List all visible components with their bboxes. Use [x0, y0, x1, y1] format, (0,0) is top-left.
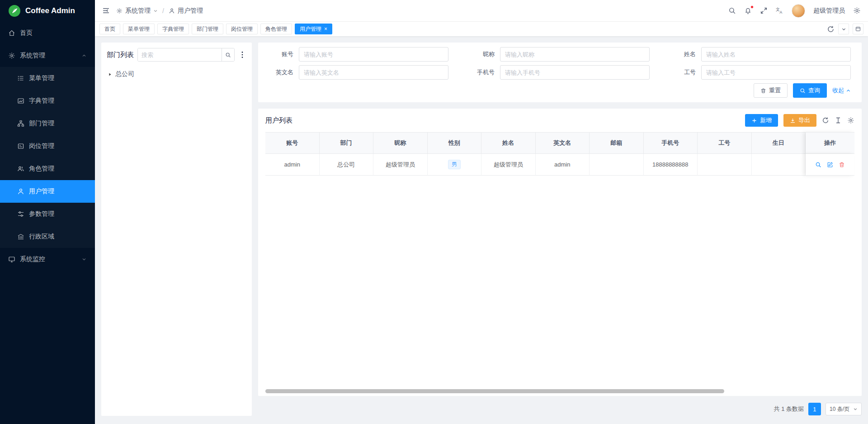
department-search: [137, 48, 235, 62]
sidebar-item-label: 系统监控: [20, 255, 45, 263]
bell-icon[interactable]: [744, 7, 752, 14]
field-name: 姓名: [668, 47, 851, 62]
username[interactable]: 超级管理员: [813, 7, 845, 15]
sidebar-menu: 首页 系统管理 菜单管理 字典管理 部门管理: [0, 22, 95, 424]
home-icon: [8, 29, 15, 37]
field-label: 姓名: [668, 50, 696, 58]
edit-icon[interactable]: [827, 162, 833, 168]
tab-dict-mgmt[interactable]: 字典管理: [157, 24, 189, 34]
sidebar-group-system[interactable]: 系统管理: [0, 44, 95, 67]
pagination: 共 1 条数据 1 10 条/页: [258, 402, 862, 416]
plus-icon: [751, 118, 757, 124]
department-search-button[interactable]: [222, 48, 234, 61]
field-label: 账号: [265, 50, 293, 58]
fullscreen-icon[interactable]: [760, 7, 768, 14]
phone-input[interactable]: [500, 65, 650, 80]
sidebar-item-home[interactable]: 首页: [0, 22, 95, 44]
reset-button[interactable]: 重置: [754, 83, 788, 98]
table-toolbar-actions: 新增 导出: [745, 114, 854, 127]
department-tree: 总公司: [107, 68, 246, 81]
sidebar-item-label: 菜单管理: [29, 74, 54, 82]
view-icon[interactable]: [815, 162, 821, 168]
refresh-icon[interactable]: [827, 25, 835, 33]
department-panel: 部门列表 总公司: [101, 43, 252, 416]
field-phone: 手机号: [467, 65, 650, 80]
department-panel-title: 部门列表: [107, 51, 134, 59]
sidebar-item-role-mgmt[interactable]: 角色管理: [0, 157, 95, 180]
tabs-menu-button[interactable]: [838, 24, 849, 34]
search-icon: [225, 52, 231, 58]
search-form-card: 账号 昵称 姓名 英文名: [258, 43, 862, 102]
sidebar-item-dept-mgmt[interactable]: 部门管理: [0, 112, 95, 135]
tab-label: 首页: [104, 25, 115, 33]
gear-icon[interactable]: [847, 117, 854, 124]
tab-user-mgmt[interactable]: 用户管理 ×: [295, 24, 332, 34]
cell-gender: 男: [428, 154, 482, 176]
horizontal-scrollbar[interactable]: [265, 389, 724, 393]
main-area: 系统管理 / 用户管理 文A 超级管理员 首页 菜单管理 字典管理 部门管理: [95, 0, 868, 424]
id-badge-icon: [17, 143, 24, 150]
column-header-account: 账号: [265, 132, 320, 154]
en-name-input[interactable]: [299, 65, 448, 80]
sidebar: Coffee Admin 首页 系统管理 菜单管理 字典管理: [0, 0, 95, 424]
tab-post-mgmt[interactable]: 岗位管理: [226, 24, 258, 34]
close-icon[interactable]: ×: [324, 26, 327, 32]
column-header-email: 邮箱: [590, 132, 644, 154]
page-button-1[interactable]: 1: [808, 403, 821, 415]
tree-node-head-office[interactable]: 总公司: [107, 68, 246, 81]
column-settings-icon[interactable]: [835, 117, 842, 124]
table-row[interactable]: admin 总公司 超级管理员 男 超级管理员 admin 1888888888…: [265, 154, 854, 176]
gender-tag: 男: [448, 160, 461, 169]
sidebar-item-label: 行政区域: [29, 233, 54, 241]
sidebar-item-label: 岗位管理: [29, 142, 54, 150]
search-icon[interactable]: [728, 7, 736, 14]
users-icon: [17, 165, 24, 172]
account-input[interactable]: [299, 47, 448, 62]
sidebar-item-menu-mgmt[interactable]: 菜单管理: [0, 67, 95, 90]
tab-menu-mgmt[interactable]: 菜单管理: [123, 24, 155, 34]
refresh-icon[interactable]: [822, 117, 829, 124]
table-title: 用户列表: [265, 116, 292, 125]
topbar: 系统管理 / 用户管理 文A 超级管理员: [95, 0, 868, 22]
sidebar-item-region-mgmt[interactable]: 行政区域: [0, 225, 95, 248]
nickname-input[interactable]: [500, 47, 650, 62]
tab-home[interactable]: 首页: [99, 24, 120, 34]
delete-icon[interactable]: [839, 162, 845, 168]
sidebar-item-post-mgmt[interactable]: 岗位管理: [0, 135, 95, 157]
page-size-value: 10 条/页: [830, 405, 849, 413]
work-no-input[interactable]: [701, 65, 851, 80]
sidebar-item-dict-mgmt[interactable]: 字典管理: [0, 90, 95, 112]
sidebar-item-user-mgmt[interactable]: 用户管理: [0, 180, 95, 203]
tab-dept-mgmt[interactable]: 部门管理: [192, 24, 223, 34]
sidebar-item-param-mgmt[interactable]: 参数管理: [0, 203, 95, 225]
search-icon: [800, 88, 806, 94]
page-size-select[interactable]: 10 条/页: [826, 403, 862, 415]
column-header-actions: 操作: [806, 132, 854, 154]
export-button[interactable]: 导出: [783, 114, 816, 127]
monitor-icon: [8, 256, 15, 263]
translate-icon[interactable]: 文A: [776, 7, 783, 14]
sidebar-submenu-system: 菜单管理 字典管理 部门管理 岗位管理 角色管理: [0, 67, 95, 248]
tab-label: 字典管理: [162, 25, 184, 33]
name-input[interactable]: [701, 47, 851, 62]
cell-name: 超级管理员: [481, 154, 536, 176]
sidebar-group-monitor[interactable]: 系统监控: [0, 248, 95, 271]
row-actions: [815, 162, 845, 168]
org-tree-icon: [17, 120, 24, 127]
cell-email: [590, 154, 644, 176]
gear-icon[interactable]: [853, 7, 861, 14]
caret-right-icon[interactable]: [108, 72, 113, 77]
query-button[interactable]: 查询: [793, 83, 827, 98]
app: Coffee Admin 首页 系统管理 菜单管理 字典管理: [0, 0, 868, 424]
field-label: 昵称: [467, 50, 495, 58]
more-vertical-icon[interactable]: [238, 51, 246, 59]
department-search-input[interactable]: [138, 48, 222, 61]
collapse-form-link[interactable]: 收起: [832, 86, 851, 95]
chevron-down-icon: [81, 257, 87, 262]
avatar[interactable]: [792, 4, 805, 18]
menu-fold-icon[interactable]: [102, 7, 110, 14]
tab-role-mgmt[interactable]: 角色管理: [260, 24, 292, 34]
add-user-button[interactable]: 新增: [745, 114, 778, 127]
content-fullscreen-button[interactable]: [853, 24, 863, 34]
breadcrumb-level1[interactable]: 系统管理: [125, 7, 151, 15]
